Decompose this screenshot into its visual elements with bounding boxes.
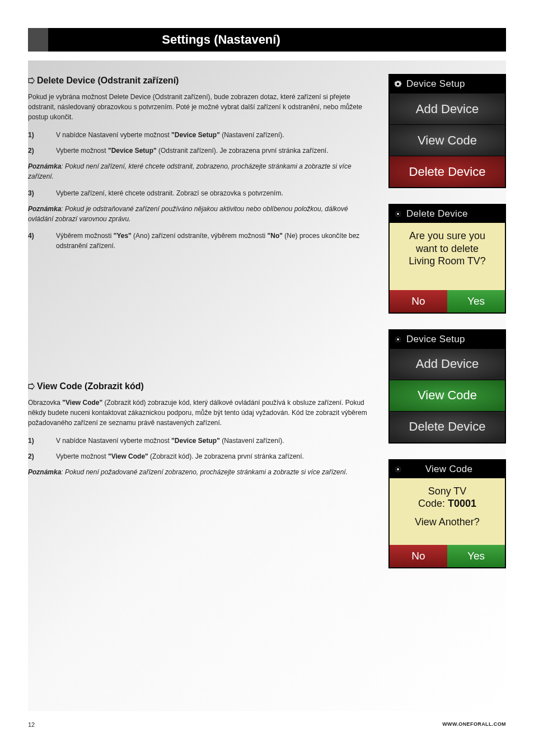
screen-header: Device Setup [390,75,505,93]
step-text: Výběrem možnosti "Yes" (Ano) zařízení od… [56,231,372,251]
step-number: 1) [28,436,56,446]
left-column: Delete Device (Odstranit zařízení) Pokud… [28,74,372,568]
step-number: 2) [28,146,56,156]
step-row: 1) V nabídce Nastavení vyberte možnost "… [28,436,372,446]
t: "Device Setup" [171,437,220,445]
screen-delete-confirm: Delete Device Are you sure you want to d… [388,204,506,314]
gear-icon [394,210,402,218]
spacer [28,256,372,380]
view-another: View Another? [394,516,500,529]
t: "Device Setup" [108,147,157,155]
gear-icon [394,80,402,88]
note-label: Poznámka [28,468,61,476]
note-text: : Pokud není zařízení, které chcete odst… [28,162,352,180]
section1-heading: Delete Device (Odstranit zařízení) [28,74,372,87]
menu-add-device[interactable]: Add Device [390,93,505,124]
screen-view-code: View Code Sony TV Code: T0001 View Anoth… [388,459,506,569]
screen-title: Device Setup [406,78,465,90]
page-number: 12 [28,721,35,728]
note1: Poznámka: Pokud není zařízení, které chc… [28,161,372,181]
note-text: : Pokud je odstraňované zařízení používá… [28,205,348,223]
step-text: Vyberte možnost "Device Setup" (Odstrani… [56,146,372,156]
gear-icon [394,465,402,473]
gear-icon [394,335,402,343]
confirm-body: Are you sure you want to delete Living R… [390,223,505,290]
t: Vyberte možnost [56,452,108,460]
arrow-right-icon [28,383,35,390]
no-button[interactable]: No [390,545,447,567]
step-text: V nabídce Nastavení vyberte možnost "Dev… [56,130,372,140]
page-title: Settings (Nastavení) [48,32,506,47]
menu-add-device[interactable]: Add Device [390,348,505,380]
code-body: Sony TV Code: T0001 View Another? [390,478,505,545]
t: (Nastavení zařízení). [220,437,284,445]
t: Výběrem možnosti [56,232,114,240]
no-button[interactable]: No [390,290,447,312]
note2: Poznámka: Pokud je odstraňované zařízení… [28,204,372,224]
confirm-line: want to delete [394,242,500,255]
step-text: V nabídce Nastavení vyberte možnost "Dev… [56,436,372,446]
tab-indicator [28,28,48,52]
code-line: Code: T0001 [394,497,500,510]
step-text: Vyberte zařízení, které chcete odstranit… [56,188,372,198]
screen-title: Delete Device [406,208,468,220]
note-label: Poznámka [28,205,61,213]
screen-header: View Code [390,460,505,478]
screen-title: View Code [406,464,499,475]
t: (Nastavení zařízení). [220,131,284,139]
t: (Zobrazit kód). Je zobrazena první strán… [148,452,304,460]
section2-heading-text: View Code (Zobrazit kód) [37,381,144,391]
confirm-buttons: No Yes [390,545,505,567]
t: "Yes" [114,232,132,240]
svg-point-0 [397,213,399,215]
svg-point-2 [397,468,399,470]
menu-view-code[interactable]: View Code [390,124,505,156]
code-value: T0001 [448,498,476,509]
title-bar: Settings (Nastavení) [28,28,506,52]
t: "View Code" [62,399,102,407]
t: (Ano) zařízení odstraníte, výběrem možno… [132,232,268,240]
yes-button[interactable]: Yes [447,545,505,567]
menu-delete-device[interactable]: Delete Device [390,411,505,442]
menu-delete-device[interactable]: Delete Device [390,156,505,187]
step-row: 2) Vyberte možnost "Device Setup" (Odstr… [28,146,372,156]
note-text: : Pokud není požadované zařízení zobraze… [61,468,348,476]
right-column: Device Setup Add Device View Code Delete… [388,74,506,568]
arrow-right-icon [28,77,35,84]
note3: Poznámka: Pokud není požadované zařízení… [28,467,372,477]
step-row: 2) Vyberte možnost "View Code" (Zobrazit… [28,451,372,461]
step-number: 4) [28,231,56,251]
menu-view-code[interactable]: View Code [390,380,505,411]
step-number: 3) [28,188,56,198]
step-number: 1) [28,130,56,140]
note-label: Poznámka [28,162,61,170]
screen-title: Device Setup [406,334,465,345]
t: "View Code" [108,452,148,460]
yes-button[interactable]: Yes [447,290,505,312]
step-row: 4) Výběrem možnosti "Yes" (Ano) zařízení… [28,231,372,251]
confirm-line: Living Room TV? [394,255,500,268]
section2-intro: Obrazovka "View Code" (Zobrazit kód) zob… [28,398,372,428]
step-row: 1) V nabídce Nastavení vyberte možnost "… [28,130,372,140]
section2-heading: View Code (Zobrazit kód) [28,380,372,393]
step-row: 3) Vyberte zařízení, které chcete odstra… [28,188,372,198]
screen-header: Delete Device [390,205,505,223]
section1-heading-text: Delete Device (Odstranit zařízení) [37,76,179,85]
t: Obrazovka [28,399,62,407]
t: V nabídce Nastavení vyberte možnost [56,131,171,139]
t: "Device Setup" [171,131,220,139]
confirm-line: Are you sure you [394,230,500,242]
footer-url: WWW.ONEFORALL.COM [442,721,506,728]
section1-intro: Pokud je vybrána možnost Delete Device (… [28,92,372,122]
t: Vyberte možnost [56,147,108,155]
screen-device-setup-viewcode: Device Setup Add Device View Code Delete… [388,329,506,444]
screen-device-setup-delete: Device Setup Add Device View Code Delete… [388,74,506,188]
confirm-buttons: No Yes [390,290,505,312]
t: V nabídce Nastavení vyberte možnost [56,437,171,445]
code-label: Code: [418,498,448,509]
screen-header: Device Setup [390,330,505,348]
device-name: Sony TV [394,485,500,498]
t: (Odstranit zařízení). Je zobrazena první… [157,147,329,155]
step-text: Vyberte možnost "View Code" (Zobrazit kó… [56,451,372,461]
svg-point-1 [397,338,399,340]
